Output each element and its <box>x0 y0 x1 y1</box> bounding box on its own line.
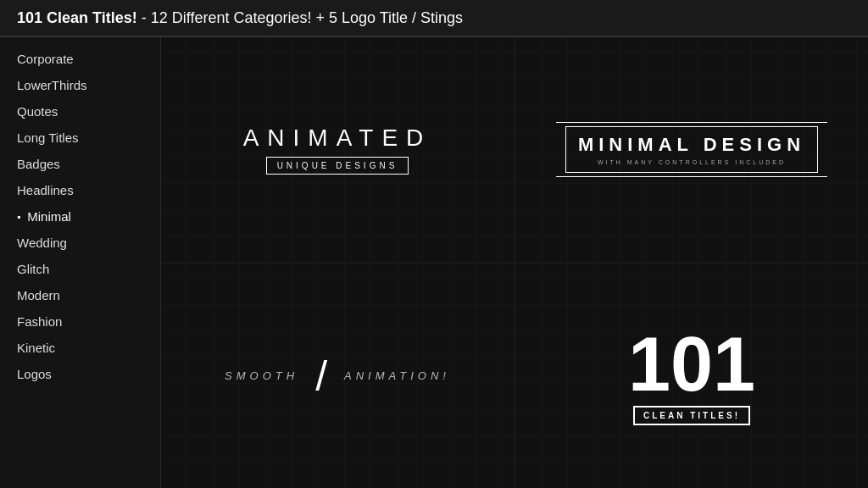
sidebar: CorporateLowerThirdsQuotesLong TitlesBad… <box>0 37 161 488</box>
sidebar-item-kinetic[interactable]: Kinetic <box>0 335 160 361</box>
preview-cell-minimal-design: MINIMAL DESIGN WITH MANY CONTROLLERS INC… <box>515 37 868 262</box>
active-bullet-icon: ▪ <box>17 211 20 223</box>
header-title-bold: 101 Clean Titles! <box>17 9 137 26</box>
sidebar-item-label: Wedding <box>17 236 67 250</box>
sidebar-item-fashion[interactable]: Fashion <box>0 308 160 335</box>
sidebar-item-label: Minimal <box>27 209 71 224</box>
sidebar-item-label: Long Titles <box>17 130 79 145</box>
smooth-label: SMOOTH <box>225 369 298 382</box>
sidebar-item-label: Logos <box>17 367 52 381</box>
header-title-normal: - 12 Different Categories! + 5 Logo Titl… <box>137 9 463 26</box>
minimal-design-box: MINIMAL DESIGN WITH MANY CONTROLLERS INC… <box>565 126 818 173</box>
slash-divider: / <box>315 355 327 397</box>
sidebar-item-glitch[interactable]: Glitch <box>0 256 160 282</box>
sidebar-item-label: Fashion <box>17 314 62 329</box>
animated-title: ANIMATED <box>243 125 432 152</box>
preview-cell-animated: ANIMATED UNIQUE DESIGNS <box>161 37 514 262</box>
number-101: 101 <box>628 326 755 402</box>
clean-titles-label: CLEAN TITLES! <box>633 406 750 425</box>
sidebar-item-logos[interactable]: Logos <box>0 361 160 387</box>
content-grid: ANIMATED UNIQUE DESIGNS MINIMAL DESIGN W… <box>161 37 868 488</box>
sidebar-item-wedding[interactable]: Wedding <box>0 230 160 256</box>
sidebar-item-minimal[interactable]: ▪Minimal <box>0 203 160 230</box>
animation-label: ANIMATION! <box>344 369 450 382</box>
unique-designs-label: UNIQUE DESIGNS <box>266 157 409 175</box>
sidebar-item-modern[interactable]: Modern <box>0 282 160 308</box>
cell-minimal-content: MINIMAL DESIGN WITH MANY CONTROLLERS INC… <box>565 126 818 173</box>
sidebar-item-label: Kinetic <box>17 341 55 355</box>
sidebar-item-label: LowerThirds <box>17 78 87 92</box>
sidebar-item-quotes[interactable]: Quotes <box>0 98 160 125</box>
sidebar-item-headlines[interactable]: Headlines <box>0 177 160 203</box>
sidebar-item-badges[interactable]: Badges <box>0 151 160 177</box>
cell-smooth-content: SMOOTH / ANIMATION! <box>225 355 450 397</box>
minimal-design-title: MINIMAL DESIGN <box>578 134 805 156</box>
sidebar-item-corporate[interactable]: Corporate <box>0 46 160 72</box>
sidebar-item-label: Quotes <box>17 104 58 119</box>
sidebar-item-long-titles[interactable]: Long Titles <box>0 125 160 151</box>
preview-cell-smooth: SMOOTH / ANIMATION! <box>161 263 514 488</box>
sidebar-item-label: Corporate <box>17 52 74 66</box>
cell-101-content: 101 CLEAN TITLES! <box>628 326 755 425</box>
minimal-design-subtitle: WITH MANY CONTROLLERS INCLUDED <box>578 159 805 165</box>
sidebar-item-label: Glitch <box>17 262 49 276</box>
sidebar-item-label: Headlines <box>17 183 74 197</box>
main-layout: CorporateLowerThirdsQuotesLong TitlesBad… <box>0 37 868 488</box>
cell-animated-content: ANIMATED UNIQUE DESIGNS <box>243 125 432 175</box>
sidebar-item-lower-thirds[interactable]: LowerThirds <box>0 72 160 98</box>
sidebar-item-label: Modern <box>17 288 60 302</box>
header-banner: 101 Clean Titles! - 12 Different Categor… <box>0 0 868 37</box>
preview-cell-101: 101 CLEAN TITLES! <box>515 263 868 488</box>
sidebar-item-label: Badges <box>17 157 60 171</box>
